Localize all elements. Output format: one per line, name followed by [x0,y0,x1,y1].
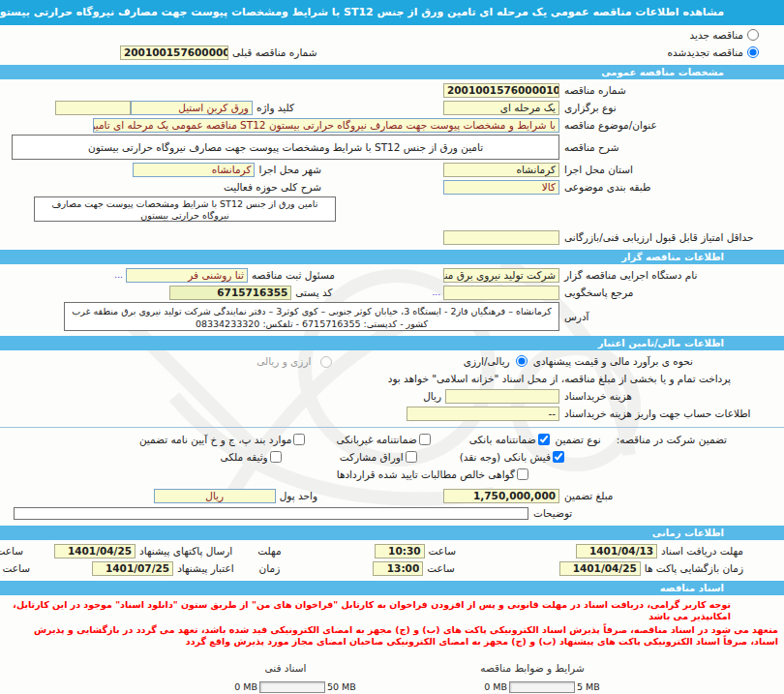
offer-validity-date-field[interactable]: 1401/07/25 [92,561,173,576]
contact-field[interactable] [443,286,559,300]
guarantee-cash-label: فیش بانکی (وجه نقد) [460,451,551,463]
guarantee-bylaw-label: موارد بند پ، ج و خ آیین نامه تضمین [139,434,292,445]
estimate-method-currency-radio[interactable] [320,356,332,368]
section-organizer-header: اطلاعات مناقصه گزار [0,250,784,264]
registrar-label: مسئول ثبت مناقصه [248,269,339,281]
doc-terms-progressbar [509,681,575,693]
estimate-method-rial-radio[interactable] [516,355,528,367]
contact-browse-button[interactable]: ... [429,287,443,297]
tender-new-label: مناقصه جدید [689,29,743,41]
section-general-header: مشخصات مناقصه عمومی [0,65,784,79]
section-timing-header: اطلاعات زمانی [0,526,784,540]
open-packets-label: زمان بازگشایی پاکت ها [641,562,747,574]
activity-label: شرح کلی حوزه فعالیت [220,181,325,193]
tender-new-row: مناقصه جدید [0,27,784,43]
doc-technical-block: اسناد فنی 0 MB 50 MB [198,662,392,693]
offer-send-label: ارسال پاکتهای پیشنهاد [136,545,236,557]
doc-fee-unit: ریال [419,390,445,402]
doc-fee-field[interactable] [445,389,559,404]
guarantee-claims-checkbox[interactable] [517,468,528,480]
currency-field[interactable]: ریال [154,489,276,503]
province-field[interactable]: کرمانشاه [443,163,559,177]
estimate-method-rial-label: ریالی/ارزی [460,355,514,367]
guarantee-cash-checkbox[interactable] [553,451,564,463]
doc-terms-min: 0 MB [484,681,507,692]
city-label: شهر محل اجرا [255,164,325,175]
description-field[interactable]: تامین ورق از جنس ST12 با شرایط ومشخصات پ… [12,135,559,160]
fee-account-label: اطلاعات حساب جهت واریز هزینه خریداسناد [559,407,784,419]
notes-field[interactable] [14,507,528,520]
agency-field[interactable]: شرکت تولید نیروی برق منط [443,268,559,283]
open-packets-hour-label: ساعت [423,562,459,574]
tender-type-field[interactable]: یک مرحله ای [443,101,559,115]
offer-validity-hour-label: ساعت [0,562,34,574]
subject-field[interactable]: با شرایط و مشخصات پیوست جهت مصارف نیروگا… [93,118,559,133]
guarantee-bonds-checkbox[interactable] [406,451,417,463]
notes-label: توضیحات [528,507,784,519]
docs-deadline-hour-label: ساعت [425,545,461,557]
contact-label: مرجع پاسخگویی [559,287,784,298]
documents-warning-2: متعهد می شود در اسناد مناقصه، صرفاً پذیر… [0,623,784,649]
docs-deadline-time-field[interactable]: 10:30 [375,544,425,558]
guarantee-bylaw-checkbox[interactable] [293,434,305,445]
docs-deadline-date-field[interactable]: 1401/04/13 [576,544,657,558]
doc-technical-min: 0 MB [234,681,257,692]
prev-tender-number-label: شماره مناقصه قبلی [228,46,320,58]
keyword-label: کلید واژه [253,102,298,113]
doc-technical-label: اسناد فنی [198,662,392,674]
guarantee-property-label: وثیقه ملکی [221,451,268,463]
postal-code-label: کد پستی [291,287,336,298]
tender-new-radio[interactable] [747,29,759,41]
offer-send-date-field[interactable]: 1401/04/25 [54,544,136,558]
min-score-label: حداقل امتیاز قابل قبول ارزیابی فنی/بازرگ… [559,231,784,243]
tender-type-label: نوع برگزاری [559,102,784,113]
description-label: شرح مناقصه [559,141,784,153]
doc-technical-progressbar [259,681,325,693]
guarantee-bank-checkbox[interactable] [538,434,550,445]
category-label: طبقه بندی موضوعی [559,181,784,193]
tender-renewed-label: مناقصه تجدیدشده [667,46,743,58]
keyword-extra-field[interactable] [55,101,131,115]
activity-field[interactable]: تامین ورق از جنس ST12 با شرایط ومشخصات پ… [34,196,336,222]
offer-validity-prefix: زمان [256,562,285,574]
treasury-note: پرداخت تمام و یا بخشی از مبلغ مناقصه، از… [388,373,731,384]
keyword-field[interactable]: ورق کربن استیل [131,101,253,115]
guarantee-amount-label: مبلغ تضمین [559,490,784,501]
page-title: مشاهده اطلاعات مناقصه عمومی یک مرحله ای … [0,0,784,25]
guarantee-property-checkbox[interactable] [270,451,282,463]
province-label: استان محل اجرا [559,164,784,175]
prev-tender-number-field[interactable]: 2001001576000006 [120,45,228,60]
offer-send-hour-label: ساعت [0,545,27,557]
section-financial-header: اطلاعات مالی/تامین اعتبار [0,336,784,350]
estimate-method-currency-label: ارزی و ریالی [253,355,315,367]
address-field[interactable]: کرمانشاه – فرهنگیان فاز2 - ایستگاه 3، خی… [64,302,559,331]
guarantee-amount-field[interactable]: 1,750,000,000 [443,489,559,503]
fee-account-field[interactable]: -- [407,407,559,421]
guarantee-nonbank-checkbox[interactable] [419,434,431,445]
doc-terms-block: شرایط و ضوابط مناقصه 0 MB 5 MB [445,662,639,693]
category-field[interactable]: کالا [443,180,559,195]
tender-renewed-row: مناقصه تجدیدشده شماره مناقصه قبلی 200100… [0,45,784,60]
open-packets-time-field[interactable]: 13:00 [373,561,423,576]
guarantee-bank-label: ضمانتنامه بانکی [469,434,536,445]
registrar-field[interactable]: ثنا روشنی فر [126,268,248,283]
docs-deadline-label: مهلت دریافت اسناد [657,545,747,557]
subject-label: عنوان/موضوع مناقصه [559,119,784,131]
tender-renewed-radio[interactable] [747,46,759,58]
doc-technical-max: 50 MB [327,681,356,692]
open-packets-date-field[interactable]: 1401/04/25 [559,561,641,576]
guarantee-nonbank-label: ضمانتنامه غیربانکی [336,434,416,445]
min-score-field[interactable] [443,230,559,245]
postal-code-field[interactable]: 6715716355 [169,286,291,300]
city-field[interactable]: کرمانشاه [133,163,255,177]
section-documents-header: اسناد مناقصه [0,581,784,595]
currency-label: واحد پول [276,490,321,501]
doc-terms-max: 5 MB [577,681,600,692]
tender-number-label: شماره مناقصه [559,84,784,96]
tender-number-field[interactable]: 2001001576000010 [443,83,559,98]
section-divider [0,427,784,428]
agency-label: نام دستگاه اجرایی مناقصه گزار [559,269,784,281]
estimate-method-label: نحوه ی برآورد مالی و قیمت پیشنهادی [529,355,697,367]
address-label: آدرس [559,311,784,322]
registrar-browse-button[interactable]: ... [111,270,126,280]
